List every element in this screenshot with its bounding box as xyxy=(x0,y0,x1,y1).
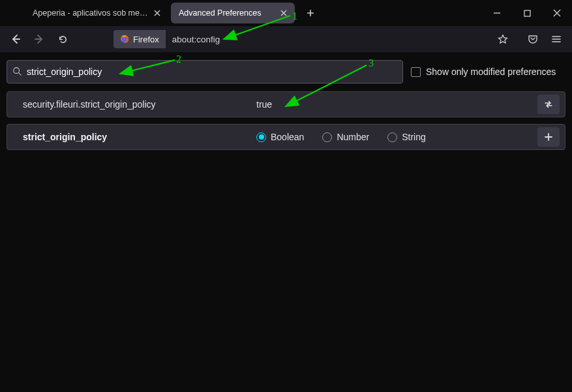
radio-label: Number xyxy=(337,132,369,142)
titlebar: Apeperia - aplicativos sob medida Advanc… xyxy=(0,0,572,26)
reload-button[interactable] xyxy=(52,29,73,50)
url-bar[interactable]: Firefox about:config xyxy=(112,29,516,50)
pref-row-existing: security.fileuri.strict_origin_policy tr… xyxy=(7,91,565,117)
pocket-button[interactable] xyxy=(522,29,543,50)
maximize-button[interactable] xyxy=(512,0,542,26)
identity-box[interactable]: Firefox xyxy=(113,30,166,48)
show-modified-checkbox[interactable]: Show only modified preferences xyxy=(411,67,556,77)
close-window-button[interactable] xyxy=(542,0,572,26)
forward-button[interactable] xyxy=(29,29,50,50)
new-tab-button[interactable] xyxy=(301,4,320,22)
tab-advanced-preferences[interactable]: Advanced Preferences xyxy=(171,3,295,23)
identity-label: Firefox xyxy=(133,35,159,44)
pref-type-radios: Boolean Number String xyxy=(256,132,537,142)
url-text: about:config xyxy=(166,35,494,44)
radio-number[interactable]: Number xyxy=(322,132,369,142)
pref-search-input[interactable] xyxy=(27,67,397,77)
minimize-button[interactable] xyxy=(482,0,512,26)
close-icon[interactable] xyxy=(278,7,290,19)
app-menu-button[interactable] xyxy=(546,29,567,50)
radio-icon xyxy=(387,132,397,142)
radio-icon xyxy=(256,132,266,142)
tab-title: Apeperia - aplicativos sob medida xyxy=(33,8,151,18)
radio-boolean[interactable]: Boolean xyxy=(256,132,304,142)
radio-string[interactable]: String xyxy=(387,132,426,142)
tab-title: Advanced Preferences xyxy=(179,8,278,18)
toggle-button[interactable] xyxy=(537,95,560,114)
bookmark-star-button[interactable] xyxy=(494,30,512,48)
radio-icon xyxy=(322,132,332,142)
pref-value: true xyxy=(256,99,272,110)
search-row: Show only modified preferences xyxy=(7,60,565,83)
pref-row-new: strict_origin_policy Boolean Number Stri… xyxy=(7,124,565,150)
svg-rect-0 xyxy=(524,10,530,16)
tab-apeperia[interactable]: Apeperia - aplicativos sob medida xyxy=(25,3,168,23)
radio-label: Boolean xyxy=(271,132,304,142)
firefox-logo-icon xyxy=(120,35,129,44)
pref-name: security.fileuri.strict_origin_policy xyxy=(23,99,256,110)
add-pref-button[interactable] xyxy=(537,127,560,147)
new-pref-name: strict_origin_policy xyxy=(23,132,256,142)
checkbox-icon xyxy=(411,67,421,77)
show-modified-label: Show only modified preferences xyxy=(426,67,556,77)
search-icon xyxy=(12,67,22,78)
aboutconfig-content: Show only modified preferences security.… xyxy=(0,52,572,164)
pref-value-area: true xyxy=(256,99,537,110)
radio-label: String xyxy=(402,132,426,142)
back-button[interactable] xyxy=(5,29,26,50)
close-icon[interactable] xyxy=(151,7,163,19)
pref-search-box[interactable] xyxy=(7,60,403,83)
nav-toolbar: Firefox about:config xyxy=(0,26,572,52)
window-controls xyxy=(482,0,572,26)
